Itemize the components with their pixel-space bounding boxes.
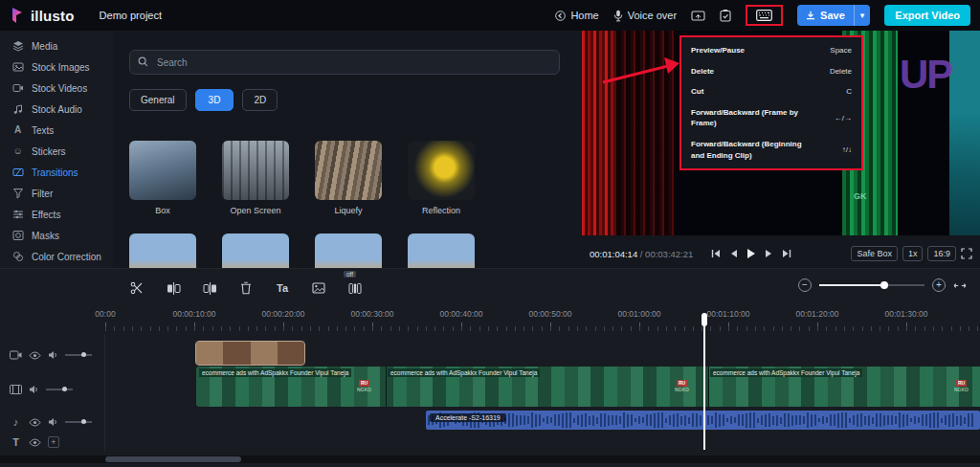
track-mute-toggle[interactable] (48, 350, 58, 360)
transition-label: Open Screen (222, 206, 289, 215)
sidebar-item-stock-images[interactable]: Stock Images (0, 56, 113, 78)
add-track-button[interactable]: + (48, 436, 59, 448)
shortcut-key: C (846, 87, 852, 96)
filter-chip-3d[interactable]: 3D (195, 89, 234, 111)
text-track-icon: T (10, 436, 22, 448)
sidebar-item-stickers[interactable]: ☺ Stickers (0, 141, 113, 162)
ruler-label: 00:00:10:00 (173, 309, 216, 319)
sidebar-item-media[interactable]: Media (0, 35, 113, 56)
zoom-out-button[interactable]: − (798, 278, 812, 292)
fit-timeline-icon[interactable] (953, 280, 967, 291)
filter-chip-general[interactable]: General (129, 89, 187, 111)
shortcut-action: Preview/Pause (691, 45, 745, 56)
transition-card-liquefy[interactable]: Liquefy (315, 141, 382, 215)
av-split-tool-icon[interactable]: off (347, 280, 363, 296)
playhead[interactable] (703, 313, 705, 450)
transition-thumbnail (222, 141, 289, 200)
left-sidebar: Media Stock Images Stock Videos Stock Au… (0, 31, 113, 268)
track-mute-toggle[interactable] (48, 417, 58, 427)
playback-speed-button[interactable]: 1x (902, 246, 924, 261)
zoom-slider[interactable] (819, 284, 924, 286)
sidebar-item-masks[interactable]: Masks (0, 225, 113, 246)
transition-thumbnail (315, 234, 382, 268)
skip-to-start-button[interactable] (711, 249, 721, 258)
transition-card-reflection[interactable]: Reflection (408, 141, 475, 215)
media-icon (11, 40, 24, 52)
ruler-label: 00:01:30:00 (885, 309, 928, 319)
main-video-clip[interactable]: ecommerce ads with AdSpakkx Founder Vipu… (196, 367, 980, 407)
transition-card[interactable] (408, 234, 475, 268)
video-overlay-text: UP (900, 52, 951, 98)
track-visibility-toggle[interactable] (29, 351, 41, 360)
aspect-ratio-button[interactable]: 16:9 (927, 246, 956, 261)
transition-label: Reflection (408, 206, 475, 215)
sidebar-item-stock-videos[interactable]: Stock Videos (0, 78, 113, 99)
filter-chip-2d[interactable]: 2D (242, 89, 278, 111)
transition-thumbnail (408, 234, 475, 268)
clip-segment-divider (386, 367, 387, 407)
search-input[interactable] (129, 50, 560, 75)
split-left-tool-icon[interactable] (166, 280, 181, 296)
sidebar-item-stock-audio[interactable]: Stock Audio (0, 99, 113, 120)
transition-card[interactable] (129, 234, 196, 268)
track-mute-toggle[interactable] (29, 385, 39, 394)
microphone-icon (613, 10, 623, 22)
fullscreen-button[interactable] (961, 248, 972, 259)
clip-watermark: RUNGKO (357, 380, 371, 392)
keyboard-shortcuts-icon[interactable] (756, 10, 772, 21)
export-video-button[interactable]: Export Video (884, 5, 970, 26)
add-image-tool-icon[interactable] (311, 280, 326, 296)
previous-frame-button[interactable] (729, 249, 738, 258)
skip-to-end-button[interactable] (782, 249, 791, 258)
sidebar-item-transitions[interactable]: Transitions (0, 162, 113, 183)
checklist-icon[interactable] (720, 10, 731, 22)
color-correction-icon (11, 251, 24, 262)
save-button[interactable]: Save (797, 10, 854, 21)
transition-grid-row-2 (129, 234, 475, 268)
timeline-scrollbar[interactable] (0, 456, 980, 463)
transition-card[interactable] (315, 234, 382, 268)
keyboard-shortcuts-menu: Preview/Pause Space Delete Delete Cut C … (679, 35, 863, 170)
share-icon[interactable] (691, 10, 705, 22)
voice-over-button[interactable]: Voice over (613, 10, 677, 22)
filter-chip-row: General 3D 2D (129, 89, 278, 111)
sidebar-item-label: Color Correction (32, 252, 101, 262)
transition-card[interactable] (222, 234, 289, 268)
track-visibility-toggle[interactable] (29, 418, 41, 427)
transition-card-open-screen[interactable]: Open Screen (222, 141, 289, 215)
sidebar-item-effects[interactable]: Effects (0, 204, 113, 225)
safe-box-button[interactable]: Safe Box (851, 246, 898, 261)
track-volume-slider[interactable] (65, 354, 92, 356)
track-visibility-toggle[interactable] (29, 438, 41, 447)
sidebar-item-filter[interactable]: Filter (0, 183, 113, 204)
timeline-toolbar: Ta off (129, 277, 363, 300)
play-button[interactable] (746, 248, 756, 259)
cut-tool-icon[interactable] (129, 280, 145, 296)
preview-options: Safe Box 1x 16:9 (851, 246, 972, 261)
text-track-header: T + (0, 434, 105, 451)
track-volume-slider[interactable] (65, 421, 92, 423)
next-frame-button[interactable] (765, 249, 773, 258)
main-video-track-header (0, 378, 105, 401)
playhead-handle[interactable] (702, 313, 707, 326)
stock-videos-icon (11, 82, 24, 94)
save-dropdown-caret[interactable]: ▾ (855, 11, 871, 20)
ruler-label: 00:00:50:00 (529, 309, 572, 319)
add-text-tool-icon[interactable]: Ta (275, 280, 290, 296)
zoom-slider-knob[interactable] (880, 281, 888, 289)
home-back-icon (555, 11, 566, 21)
sidebar-item-texts[interactable]: A Texts (0, 120, 113, 141)
delete-tool-icon[interactable] (238, 280, 254, 296)
zoom-in-button[interactable]: + (932, 278, 946, 292)
home-button[interactable]: Home (555, 10, 598, 21)
transition-card-box[interactable]: Box (129, 141, 196, 215)
timecode-separator: / (640, 249, 643, 259)
shortcut-row: Delete Delete (681, 61, 861, 82)
timeline-ruler[interactable]: 00:00 00:00:10:00 00:00:20:00 00:00:30:0… (0, 309, 980, 321)
split-right-tool-icon[interactable] (202, 280, 217, 296)
sidebar-item-color-correction[interactable]: Color Correction (0, 246, 113, 267)
timeline-scrollbar-thumb[interactable] (105, 456, 241, 462)
overlay-image-clip[interactable] (196, 342, 304, 365)
track-volume-slider[interactable] (46, 389, 73, 390)
video-canvas[interactable]: UP GK Preview/Pause Space Delete Delete … (582, 31, 980, 235)
